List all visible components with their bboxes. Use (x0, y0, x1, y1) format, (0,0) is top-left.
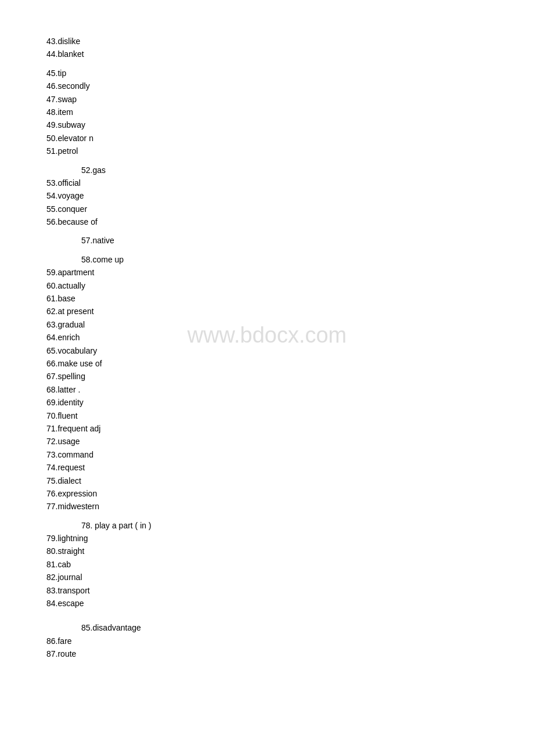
spacer (46, 610, 488, 615)
list-item: 85.disadvantage (46, 621, 488, 634)
list-item: 43.dislike (46, 35, 488, 48)
list-item: 62.at present (46, 305, 488, 318)
list-item: 56.because of (46, 215, 488, 228)
list-item: 66.make use of (46, 357, 488, 370)
list-item: 79.lightning (46, 532, 488, 545)
list-item: 44.blanket (46, 48, 488, 60)
list-item: 52.gas (46, 164, 488, 177)
list-item: 59.apartment (46, 266, 488, 279)
list-item: 45.tip (46, 67, 488, 80)
content-area: www.bdocx.com 43.dislike44.blanket45.tip… (46, 35, 488, 661)
list-item: 76.expression (46, 487, 488, 500)
list-item: 57.native (46, 234, 488, 247)
list-item: 54.voyage (46, 189, 488, 202)
list-item: 77.midwestern (46, 500, 488, 513)
list-item: 63.gradual (46, 318, 488, 331)
list-item: 82.journal (46, 571, 488, 584)
list-item: 80.straight (46, 545, 488, 557)
list-item: 84.escape (46, 597, 488, 610)
list-item: 47.swap (46, 93, 488, 106)
list-item: 71.frequent adj (46, 422, 488, 435)
list-item: 64.enrich (46, 331, 488, 344)
list-item: 75.dialect (46, 474, 488, 487)
list-item: 46.secondly (46, 80, 488, 92)
list-item: 72.usage (46, 435, 488, 448)
list-item: 58.come up (46, 253, 488, 266)
list-item: 87.route (46, 647, 488, 660)
list-item: 81.cab (46, 558, 488, 571)
list-item: 49.subway (46, 118, 488, 131)
list-item: 74.request (46, 461, 488, 474)
spacer (46, 615, 488, 621)
list-item: 68.latter . (46, 383, 488, 396)
spacer (46, 228, 488, 234)
spacer (46, 61, 488, 67)
list-item: 60.actually (46, 279, 488, 292)
list-item: 50.elevator n (46, 132, 488, 145)
list-item: 70.fluent (46, 409, 488, 422)
list-item: 73.command (46, 448, 488, 461)
spacer (46, 513, 488, 519)
spacer (46, 247, 488, 253)
spacer (46, 158, 488, 164)
list-item: 78. play a part ( in ) (46, 519, 488, 532)
list-item: 48.item (46, 106, 488, 118)
list-item: 53.official (46, 177, 488, 189)
list-item: 51.petrol (46, 145, 488, 157)
list-item: 67.spelling (46, 370, 488, 383)
list-item: 55.conquer (46, 203, 488, 215)
list-item: 69.identity (46, 396, 488, 409)
list-item: 65.vocabulary (46, 344, 488, 357)
list-item: 61.base (46, 292, 488, 305)
list-item: 83.transport (46, 584, 488, 597)
list-item: 86.fare (46, 635, 488, 647)
